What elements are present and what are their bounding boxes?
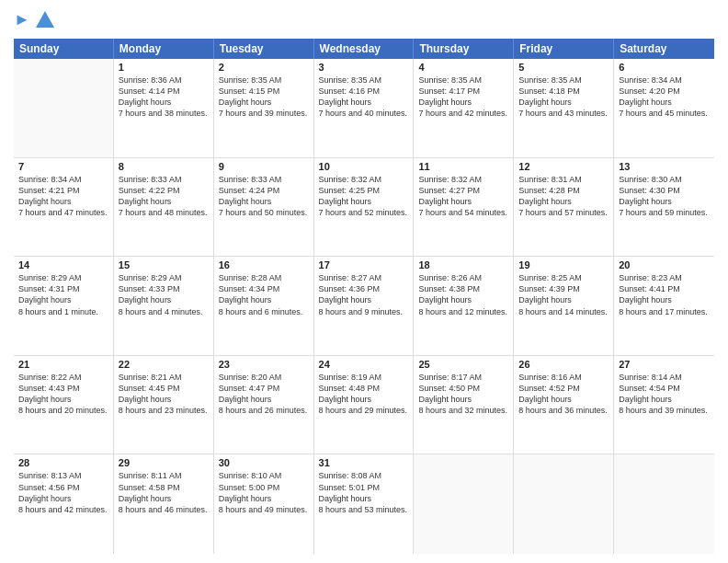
sunset-text: Sunset: 4:27 PM bbox=[418, 185, 508, 196]
day-number: 18 bbox=[418, 259, 508, 270]
cal-cell-r1-c6: 5Sunrise: 8:35 AMSunset: 4:18 PMDaylight… bbox=[514, 59, 614, 157]
daylight-value: 7 hours and 48 minutes. bbox=[119, 207, 209, 218]
day-number: 19 bbox=[518, 259, 609, 270]
cal-cell-r3-c2: 15Sunrise: 8:29 AMSunset: 4:33 PMDayligh… bbox=[114, 257, 214, 355]
daylight-label: Daylight hours bbox=[119, 97, 209, 108]
sunset-text: Sunset: 4:50 PM bbox=[418, 383, 508, 394]
daylight-value: 7 hours and 43 minutes. bbox=[518, 108, 609, 119]
sunrise-text: Sunrise: 8:17 AM bbox=[418, 372, 508, 383]
header-tuesday: Tuesday bbox=[214, 39, 314, 59]
sunrise-text: Sunrise: 8:35 AM bbox=[219, 75, 309, 86]
sunset-text: Sunset: 4:21 PM bbox=[18, 185, 108, 196]
calendar-header: Sunday Monday Tuesday Wednesday Thursday… bbox=[14, 39, 714, 59]
daylight-label: Daylight hours bbox=[219, 196, 309, 207]
cal-cell-r3-c6: 19Sunrise: 8:25 AMSunset: 4:39 PMDayligh… bbox=[514, 257, 614, 355]
sunrise-text: Sunrise: 8:13 AM bbox=[18, 470, 108, 481]
sunset-text: Sunset: 4:39 PM bbox=[518, 283, 609, 294]
daylight-label: Daylight hours bbox=[119, 196, 209, 207]
day-number: 20 bbox=[619, 259, 710, 270]
sunset-text: Sunset: 4:28 PM bbox=[518, 185, 609, 196]
sunset-text: Sunset: 4:47 PM bbox=[219, 383, 309, 394]
sunset-text: Sunset: 4:56 PM bbox=[18, 482, 108, 493]
sunrise-text: Sunrise: 8:34 AM bbox=[18, 174, 108, 185]
daylight-value: 8 hours and 49 minutes. bbox=[219, 504, 309, 515]
day-number: 25 bbox=[418, 359, 508, 370]
cal-cell-r2-c6: 12Sunrise: 8:31 AMSunset: 4:28 PMDayligh… bbox=[514, 158, 614, 257]
day-number: 15 bbox=[119, 259, 209, 270]
sunrise-text: Sunrise: 8:31 AM bbox=[518, 174, 609, 185]
cal-cell-r2-c2: 8Sunrise: 8:33 AMSunset: 4:22 PMDaylight… bbox=[114, 158, 214, 257]
daylight-label: Daylight hours bbox=[518, 394, 609, 405]
daylight-label: Daylight hours bbox=[18, 394, 108, 405]
daylight-label: Daylight hours bbox=[418, 394, 508, 405]
sunrise-text: Sunrise: 8:33 AM bbox=[219, 174, 309, 185]
sunset-text: Sunset: 4:33 PM bbox=[119, 283, 209, 294]
daylight-label: Daylight hours bbox=[518, 97, 609, 108]
daylight-value: 8 hours and 20 minutes. bbox=[18, 405, 108, 416]
sunrise-text: Sunrise: 8:22 AM bbox=[18, 372, 108, 383]
sunrise-text: Sunrise: 8:35 AM bbox=[418, 75, 508, 86]
cal-cell-r1-c7: 6Sunrise: 8:34 AMSunset: 4:20 PMDaylight… bbox=[614, 59, 714, 157]
daylight-value: 8 hours and 14 minutes. bbox=[518, 306, 609, 317]
page: ► Sunday Monday Tuesday Wednesday Thursd… bbox=[0, 0, 728, 563]
cal-cell-r5-c2: 29Sunrise: 8:11 AMSunset: 4:58 PMDayligh… bbox=[114, 454, 214, 554]
sunrise-text: Sunrise: 8:10 AM bbox=[219, 470, 309, 481]
cal-cell-r5-c7 bbox=[614, 454, 714, 554]
day-number: 5 bbox=[518, 62, 609, 73]
daylight-value: 8 hours and 39 minutes. bbox=[619, 405, 710, 416]
sunrise-text: Sunrise: 8:25 AM bbox=[518, 272, 609, 283]
calendar-row-1: 1Sunrise: 8:36 AMSunset: 4:14 PMDaylight… bbox=[14, 59, 714, 158]
daylight-label: Daylight hours bbox=[319, 294, 409, 305]
cal-cell-r5-c5 bbox=[414, 454, 514, 554]
sunset-text: Sunset: 4:36 PM bbox=[319, 283, 409, 294]
day-number: 8 bbox=[119, 161, 209, 172]
sunset-text: Sunset: 4:15 PM bbox=[219, 86, 309, 97]
sunrise-text: Sunrise: 8:35 AM bbox=[518, 75, 609, 86]
daylight-label: Daylight hours bbox=[18, 493, 108, 504]
sunset-text: Sunset: 4:18 PM bbox=[518, 86, 609, 97]
header-friday: Friday bbox=[514, 39, 614, 59]
daylight-label: Daylight hours bbox=[219, 294, 309, 305]
daylight-label: Daylight hours bbox=[119, 294, 209, 305]
daylight-label: Daylight hours bbox=[619, 394, 710, 405]
daylight-value: 7 hours and 52 minutes. bbox=[319, 207, 409, 218]
sunset-text: Sunset: 4:38 PM bbox=[418, 283, 508, 294]
daylight-label: Daylight hours bbox=[319, 97, 409, 108]
day-number: 22 bbox=[119, 359, 209, 370]
daylight-label: Daylight hours bbox=[219, 97, 309, 108]
daylight-label: Daylight hours bbox=[219, 394, 309, 405]
cal-cell-r4-c5: 25Sunrise: 8:17 AMSunset: 4:50 PMDayligh… bbox=[414, 356, 514, 454]
cal-cell-r3-c3: 16Sunrise: 8:28 AMSunset: 4:34 PMDayligh… bbox=[214, 257, 314, 355]
header-monday: Monday bbox=[114, 39, 214, 59]
sunrise-text: Sunrise: 8:32 AM bbox=[418, 174, 508, 185]
day-number: 12 bbox=[518, 161, 609, 172]
cal-cell-r2-c5: 11Sunrise: 8:32 AMSunset: 4:27 PMDayligh… bbox=[414, 158, 514, 257]
sunset-text: Sunset: 4:34 PM bbox=[219, 283, 309, 294]
day-number: 11 bbox=[418, 161, 508, 172]
daylight-label: Daylight hours bbox=[18, 294, 108, 305]
daylight-value: 8 hours and 17 minutes. bbox=[619, 306, 710, 317]
cal-cell-r2-c7: 13Sunrise: 8:30 AMSunset: 4:30 PMDayligh… bbox=[614, 158, 714, 257]
daylight-label: Daylight hours bbox=[619, 97, 710, 108]
daylight-label: Daylight hours bbox=[119, 394, 209, 405]
daylight-label: Daylight hours bbox=[619, 294, 710, 305]
sunrise-text: Sunrise: 8:29 AM bbox=[119, 272, 209, 283]
day-number: 26 bbox=[518, 359, 609, 370]
daylight-value: 8 hours and 4 minutes. bbox=[119, 306, 209, 317]
daylight-value: 8 hours and 29 minutes. bbox=[319, 405, 409, 416]
daylight-value: 7 hours and 42 minutes. bbox=[418, 108, 508, 119]
sunset-text: Sunset: 4:20 PM bbox=[619, 86, 710, 97]
day-number: 21 bbox=[18, 359, 108, 370]
daylight-label: Daylight hours bbox=[319, 196, 409, 207]
daylight-label: Daylight hours bbox=[418, 97, 508, 108]
daylight-value: 8 hours and 26 minutes. bbox=[219, 405, 309, 416]
svg-marker-0 bbox=[36, 11, 54, 28]
sunset-text: Sunset: 4:48 PM bbox=[319, 383, 409, 394]
cal-cell-r3-c1: 14Sunrise: 8:29 AMSunset: 4:31 PMDayligh… bbox=[14, 257, 114, 355]
cal-cell-r1-c2: 1Sunrise: 8:36 AMSunset: 4:14 PMDaylight… bbox=[114, 59, 214, 157]
daylight-label: Daylight hours bbox=[518, 294, 609, 305]
daylight-value: 7 hours and 54 minutes. bbox=[418, 207, 508, 218]
day-number: 16 bbox=[219, 259, 309, 270]
sunrise-text: Sunrise: 8:23 AM bbox=[619, 272, 710, 283]
day-number: 27 bbox=[619, 359, 710, 370]
